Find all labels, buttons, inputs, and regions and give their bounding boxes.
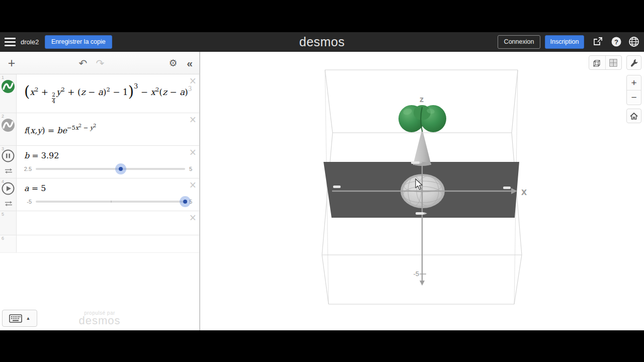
z-axis-arrow [420,281,425,286]
row-6-gutter[interactable]: 6 [0,235,17,252]
slider-b-min: 2.5 [21,166,32,172]
row-3-content[interactable]: b = 3.92 × 2.5 5 [17,146,199,178]
row-1-content[interactable]: (x2 + 24y2 + (z − a)2 − 1)3 − x2(z − a)3… [17,74,199,113]
graph-3d-viewport[interactable]: z x -5 [201,52,644,330]
slider-a-thumb[interactable] [180,196,191,207]
document-title: drole2 [21,38,39,46]
watermark-brand: desmos [75,316,124,326]
keyboard-icon [9,314,22,323]
zoom-in-button[interactable]: + [627,75,641,90]
row-4-gutter[interactable]: 4 [0,178,17,211]
home-icon [629,112,638,121]
surface-icon-green[interactable] [1,79,15,94]
collapse-panel-button[interactable]: « [182,52,197,74]
x-axis-label: x [521,186,527,197]
expression-row-6[interactable]: 6 [0,235,199,253]
expression-row-3[interactable]: 3 b = 3.92 × 2.5 [0,146,199,178]
cone-peak [413,129,431,166]
row-number: 6 [2,236,4,241]
row-2-gutter[interactable]: 2 [0,113,17,145]
login-button[interactable]: Connexion [498,35,540,49]
expression-row-1[interactable]: 1 (x2 + 24y2 + (z − a)2 − 1)3 − x2(z − a… [0,74,199,113]
zoom-controls: + − [626,75,641,105]
close-row-3-icon[interactable]: × [190,147,196,158]
graph-3d-canvas[interactable]: z x -5 [201,52,644,330]
svg-text:?: ? [614,38,618,46]
view-toggle-group [589,55,622,70]
row-4-content[interactable]: a = 5 × -5 5 [17,178,199,211]
slider-a-min: -5 [21,199,32,205]
expression-row-2[interactable]: 2 f(x,y) = be−5x2 − y2 × [0,113,199,146]
wrench-icon [629,58,638,67]
graph-settings-button[interactable] [626,55,641,70]
slider-a: -5 5 [21,196,195,207]
expression-3[interactable]: b = 3.92 [24,151,59,160]
desmos-app: drole2 Enregistrer la copie desmos Conne… [0,32,644,330]
help-icon[interactable]: ? [611,36,622,47]
slider-a-zero-tick [111,201,112,203]
expression-panel: + ↶ ↷ ⚙ « 1 (x2 + 24y2 + (z − a)2 − 1)3 … [0,52,200,330]
cube-3d-icon [592,58,602,68]
row-1-gutter[interactable]: 1 [0,74,17,113]
undo-button[interactable]: ↶ [75,52,91,74]
row-5-gutter[interactable]: 5 [0,211,17,235]
row-3-gutter[interactable]: 3 [0,146,17,178]
expression-row-4[interactable]: 4 a = 5 × -5 [0,178,199,211]
expression-1[interactable]: (x2 + 24y2 + (z − a)2 − 1)3 − x2(z − a)3 [24,82,192,104]
redo-button[interactable]: ↷ [93,52,108,74]
share-icon[interactable] [593,36,604,47]
close-row-5-icon[interactable]: × [190,212,196,224]
desmos-logo: desmos [299,35,345,49]
slider-a-track[interactable] [36,201,185,203]
view-3d-button[interactable] [589,56,605,69]
zoom-out-button[interactable]: − [627,90,641,105]
signup-button[interactable]: Inscription [545,35,584,49]
row-5-content[interactable]: × [17,211,199,235]
row-number: 5 [2,212,4,217]
letterbox-bottom [0,330,644,362]
grid-2d-icon [608,58,618,68]
expression-row-5[interactable]: 5 × [0,211,199,235]
close-row-1-icon[interactable]: × [190,75,196,87]
powered-by-watermark: propulsé par desmos [75,310,124,326]
slider-b: 2.5 5 [21,163,195,174]
keyboard-open-arrow-icon: ▲ [26,316,31,321]
loop-direction-icon[interactable] [4,201,13,207]
view-2d-grid-button[interactable] [605,56,621,69]
z-tick-label-neg5: -5 [413,270,419,278]
slider-b-track[interactable] [36,168,185,170]
expression-2[interactable]: f(x,y) = be−5x2 − y2 [24,123,96,135]
app-header: drole2 Enregistrer la copie desmos Conne… [0,32,644,52]
reset-view-home-button[interactable] [626,109,641,123]
slider-b-thumb[interactable] [115,163,126,174]
play-animation-icon[interactable] [1,182,15,196]
z-axis-label: z [420,95,424,104]
add-expression-button[interactable]: + [4,52,19,74]
keyboard-toggle-button[interactable]: ▲ [2,310,37,327]
slider-b-max: 5 [189,166,195,172]
letterbox-top [0,0,644,32]
language-globe-icon[interactable] [628,36,639,47]
edit-list-gear-button[interactable]: ⚙ [166,52,181,74]
menu-icon[interactable] [5,38,16,46]
close-row-2-icon[interactable]: × [190,114,196,126]
surface-icon-gray[interactable] [1,118,15,132]
loop-direction-icon[interactable] [4,168,13,174]
save-copy-button[interactable]: Enregistrer la copie [45,35,112,49]
row-6-content[interactable] [17,235,199,252]
row-2-content[interactable]: f(x,y) = be−5x2 − y2 × [17,113,199,145]
expression-4[interactable]: a = 5 [24,184,46,193]
close-row-4-icon[interactable]: × [190,179,196,191]
expression-toolbar: + ↶ ↷ ⚙ « [0,52,199,74]
pause-animation-icon[interactable] [1,149,15,163]
green-surface [398,105,446,132]
